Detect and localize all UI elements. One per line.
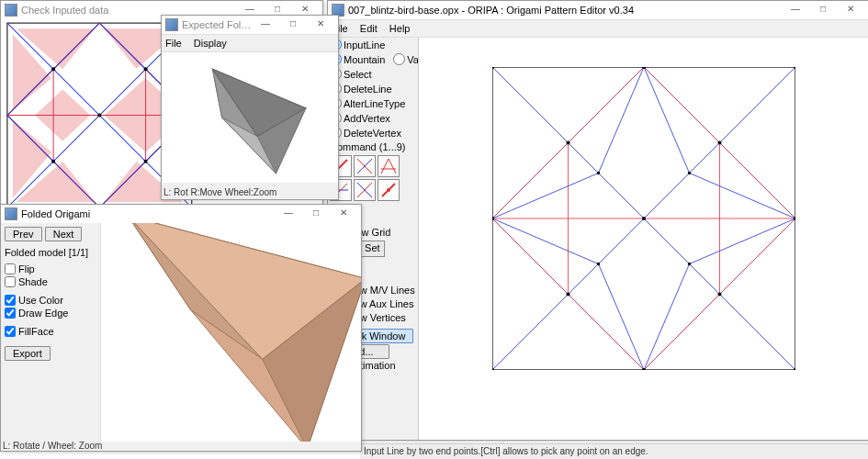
svg-point-11 [387, 188, 390, 192]
svg-line-4 [389, 159, 396, 174]
svg-line-24 [492, 218, 569, 295]
svg-line-20 [569, 67, 645, 143]
tool-3[interactable] [378, 155, 400, 177]
folded-title: Folded Origami [21, 205, 275, 223]
tool-5[interactable] [354, 179, 376, 201]
svg-line-21 [644, 67, 720, 143]
close-button[interactable]: ✕ [837, 1, 864, 19]
hint-bar: Input Line by two end points.[Ctrl] allo… [360, 443, 868, 459]
menu-file[interactable]: File [165, 38, 182, 49]
svg-line-27 [644, 295, 720, 371]
chk-fillface[interactable] [5, 326, 16, 337]
tool-6[interactable] [378, 179, 400, 201]
svg-point-47 [566, 140, 569, 144]
main-title: 007_blintz-bird-base.opx - ORIPA : Origa… [348, 1, 782, 19]
chk-shade[interactable] [5, 276, 16, 287]
close-button[interactable]: ✕ [330, 205, 357, 223]
svg-point-51 [597, 172, 600, 174]
folded-window: Folded Origami — □ ✕ Prev Next Folded mo… [0, 204, 362, 452]
app-icon [5, 207, 17, 220]
svg-point-50 [717, 292, 721, 296]
command-label: Command (1...9) [330, 141, 417, 152]
svg-point-48 [717, 140, 721, 144]
next-button[interactable]: Next [45, 227, 83, 241]
svg-line-32 [492, 174, 599, 219]
expected-status: L: Rot R:Move Wheel:Zoom [163, 187, 276, 197]
expected-window: Expected Folded Ori... — □ ✕ File Displa… [161, 15, 339, 200]
expected-menubar: File Display [162, 35, 338, 52]
maximize-button[interactable]: □ [302, 205, 330, 223]
svg-point-85 [144, 160, 148, 163]
folded-options: Prev Next Folded model [1/1] Flip Shade … [1, 223, 101, 442]
svg-line-3 [381, 159, 389, 174]
minimize-button[interactable]: — [782, 1, 809, 19]
set-button[interactable]: Set [360, 241, 385, 257]
svg-line-37 [644, 264, 690, 371]
crease-pattern-canvas[interactable] [419, 38, 868, 440]
folded-status: L: Rotate / Wheel: Zoom [3, 441, 102, 451]
close-button[interactable]: ✕ [307, 16, 334, 34]
svg-point-53 [597, 263, 600, 265]
svg-point-83 [144, 67, 148, 71]
main-titlebar[interactable]: 007_blintz-bird-base.opx - ORIPA : Origa… [328, 1, 868, 20]
chk-drawedge[interactable] [5, 308, 16, 319]
expected-title: Expected Folded Ori... [182, 16, 252, 34]
minimize-button[interactable]: — [252, 16, 279, 34]
svg-line-36 [599, 264, 645, 371]
svg-line-25 [720, 218, 796, 295]
svg-point-52 [688, 172, 691, 174]
main-window: 007_blintz-bird-base.opx - ORIPA : Origa… [327, 0, 868, 441]
svg-point-81 [97, 114, 101, 118]
chk-usecolor[interactable] [5, 295, 16, 306]
svg-point-49 [566, 292, 569, 296]
svg-line-26 [569, 295, 645, 371]
svg-line-31 [644, 67, 690, 174]
svg-line-34 [690, 174, 796, 219]
folded-titlebar[interactable]: Folded Origami — □ ✕ [1, 205, 361, 224]
svg-line-30 [599, 67, 645, 174]
minimize-button[interactable]: — [275, 205, 302, 223]
tool-icons [330, 155, 416, 201]
app-icon [165, 18, 178, 31]
tool-2[interactable] [354, 155, 376, 177]
model-count: Folded model [1/1] [5, 247, 96, 258]
maximize-button[interactable]: □ [809, 1, 837, 19]
svg-point-42 [642, 217, 646, 220]
prev-button[interactable]: Prev [5, 227, 42, 241]
expected-titlebar[interactable]: Expected Folded Ori... — □ ✕ [162, 16, 338, 35]
linetype-valley[interactable] [393, 53, 405, 65]
menu-help[interactable]: Help [389, 23, 411, 34]
export-button[interactable]: Export [5, 346, 51, 361]
svg-line-35 [690, 218, 796, 264]
svg-point-82 [51, 67, 55, 71]
chk-flip[interactable] [5, 263, 16, 274]
svg-point-54 [688, 263, 691, 265]
svg-line-22 [492, 143, 569, 219]
main-menubar: File Edit Help [328, 20, 868, 38]
svg-point-84 [51, 160, 55, 163]
expected-canvas[interactable] [162, 52, 338, 183]
svg-line-33 [492, 218, 599, 264]
svg-line-23 [720, 143, 796, 219]
app-icon [5, 4, 17, 17]
menu-display[interactable]: Display [194, 38, 227, 49]
folded-canvas[interactable] [101, 223, 361, 442]
maximize-button[interactable]: □ [279, 16, 307, 34]
menu-edit[interactable]: Edit [360, 23, 378, 34]
